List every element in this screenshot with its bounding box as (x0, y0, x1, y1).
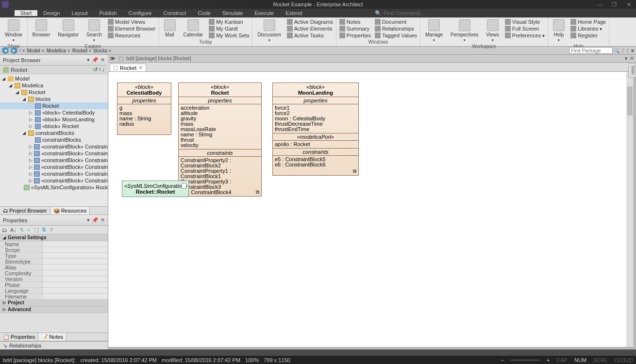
property-row[interactable]: Phase (0, 282, 108, 288)
tab-notes[interactable]: 📝Notes (38, 333, 67, 341)
discussion-button[interactable]: Discussion▾ (254, 18, 284, 43)
props-tool3[interactable]: ↯ (19, 227, 24, 233)
prop-value[interactable] (43, 276, 108, 281)
active-elements-button[interactable]: Active Elements (286, 25, 334, 32)
prop-section-general[interactable]: General Settings (0, 234, 108, 241)
crumb-model[interactable]: Model (27, 48, 40, 53)
active-tasks-button[interactable]: Active Tasks (286, 32, 334, 39)
panel-pin-icon[interactable]: 📌 (92, 57, 99, 63)
diagram-canvas[interactable]: «block»CelestialBody properties gmassnam… (108, 71, 634, 347)
minimize-button[interactable]: — (592, 0, 607, 9)
property-row[interactable]: Stereotype (0, 259, 108, 265)
menu-layout[interactable]: Layout (66, 10, 93, 16)
prop-value[interactable] (43, 253, 108, 258)
kanban-button[interactable]: My Kanban (208, 18, 250, 25)
menu-configure[interactable]: Configure (123, 10, 158, 16)
props-pin-icon[interactable]: 📌 (92, 217, 99, 223)
property-row[interactable]: Alias (0, 265, 108, 270)
element-browser-button[interactable]: Element Browser (107, 25, 157, 32)
menu-construct[interactable]: Construct (157, 10, 192, 16)
prop-value[interactable] (43, 247, 108, 252)
property-row[interactable]: Version (0, 276, 108, 282)
home-page-button[interactable]: Home Page (569, 18, 607, 25)
crumb-rocket[interactable]: Rocket (72, 48, 87, 53)
props-tool2[interactable]: A↓ (10, 227, 17, 233)
menu-simulate[interactable]: Simulate (217, 10, 249, 16)
props-dropdown-icon[interactable]: ▾ (87, 217, 90, 223)
simconfig-rocket[interactable]: «SysMLSimConfiguration» Rocket::Rocket (122, 181, 189, 197)
ctx-down2-icon[interactable]: ↓ (102, 66, 105, 73)
expand-icon[interactable]: ◢ (9, 83, 13, 88)
panel-dropdown-icon[interactable]: ▾ (87, 57, 90, 63)
menu-extend[interactable]: Extend (280, 10, 308, 16)
tree-row[interactable]: ◢Model (0, 75, 108, 82)
tagged-button[interactable]: Tagged Values (374, 32, 418, 39)
props-tool5[interactable]: ⬚ (34, 227, 39, 233)
tree-row[interactable]: ◢Rocket (0, 89, 108, 96)
navigator-button[interactable]: Navigator (55, 18, 82, 38)
tree-row[interactable]: ▷«constraintBlock» ConstraintBlock6 (0, 177, 108, 184)
find-package-search-icon[interactable]: 🔍 (614, 48, 619, 53)
tree-row[interactable]: ▷«block» Rocket (0, 123, 108, 130)
manage-button[interactable]: Manage▾ (422, 18, 446, 43)
browser-button[interactable]: Browser (30, 18, 53, 38)
maximize-button[interactable]: ❐ (607, 0, 621, 9)
zoom-out-icon[interactable]: − (501, 357, 504, 363)
find-package-options-icon[interactable]: ⋮⋮ (620, 48, 630, 53)
property-row[interactable]: Type (0, 253, 108, 259)
tree-row[interactable]: ◢blocks (0, 96, 108, 102)
property-row[interactable]: Name (0, 241, 108, 247)
tree-row[interactable]: ▷«block» MoonLanding (0, 116, 108, 123)
nav-fwd-button[interactable]: ► (11, 47, 17, 54)
block-celestialbody[interactable]: «block»CelestialBody properties gmassnam… (117, 83, 171, 135)
nav-back-button[interactable]: ◄ (2, 47, 9, 54)
calendar-button[interactable]: Calendar (181, 18, 206, 38)
expand-icon[interactable]: ▷ (29, 110, 33, 115)
summary-button[interactable]: Summary (338, 25, 372, 32)
find-package-menu-icon[interactable]: ≡ (631, 48, 634, 53)
props-close-icon[interactable]: ✕ (100, 217, 105, 223)
document-button[interactable]: Document (374, 18, 418, 25)
expand-icon[interactable]: ▷ (29, 151, 33, 156)
expand-icon[interactable]: ▷ (29, 158, 33, 163)
canvas-dropdown-icon[interactable]: ▾ (625, 55, 628, 62)
prop-value[interactable] (43, 288, 108, 293)
crumb-modelica[interactable]: Modelica (47, 48, 66, 53)
prop-value[interactable] (43, 241, 108, 247)
expand-icon[interactable]: ◢ (16, 90, 20, 95)
search-button[interactable]: Search▾ (84, 18, 105, 43)
block-rocket[interactable]: «block»Rocket properties accelerationalt… (178, 83, 262, 197)
menu-code[interactable]: Code (192, 10, 216, 16)
prop-value[interactable] (43, 294, 108, 299)
relationships-bar[interactable]: ↘Relationships (0, 341, 108, 349)
prop-value[interactable] (43, 270, 108, 276)
properties-button[interactable]: Properties (338, 32, 372, 39)
worksets-button[interactable]: My Work Sets (208, 32, 250, 39)
resources-button[interactable]: Resources (107, 32, 157, 39)
expand-icon[interactable]: ▷ (29, 171, 33, 176)
menu-execute[interactable]: Execute (249, 10, 280, 16)
start-side-tab[interactable]: Start (628, 63, 636, 78)
prop-value[interactable] (43, 259, 108, 264)
libraries-button[interactable]: Libraries ▾ (569, 25, 607, 32)
find-package-input[interactable] (569, 47, 613, 54)
prop-value[interactable] (43, 265, 108, 270)
scroll-thumb[interactable] (627, 86, 633, 116)
model-views-button[interactable]: Model Views (107, 18, 157, 25)
active-diagrams-button[interactable]: Active Diagrams (286, 18, 334, 25)
help-button[interactable]: Help▾ (550, 18, 568, 43)
property-row[interactable]: Language (0, 288, 108, 294)
expand-icon[interactable]: ▷ (29, 117, 33, 122)
expand-icon[interactable]: ◢ (22, 97, 27, 101)
close-button[interactable]: ✕ (621, 0, 636, 9)
gantt-button[interactable]: My Gantt (208, 25, 250, 32)
ctx-up-icon[interactable]: ↺ (93, 66, 98, 73)
expand-icon[interactable]: ▷ (29, 124, 33, 129)
property-row[interactable]: Complexity (0, 270, 108, 276)
expand-icon[interactable]: ▷ (29, 144, 33, 149)
expand-icon[interactable]: ▷ (29, 165, 33, 169)
visual-style-button[interactable]: Visual Style (504, 18, 546, 25)
tree-row[interactable]: «SysMLSimConfiguration» Rocket (0, 184, 108, 191)
tree-row[interactable]: ▷«constraintBlock» ConstraintBlock1 (0, 143, 108, 150)
prop-section-project[interactable]: Project (0, 299, 108, 306)
